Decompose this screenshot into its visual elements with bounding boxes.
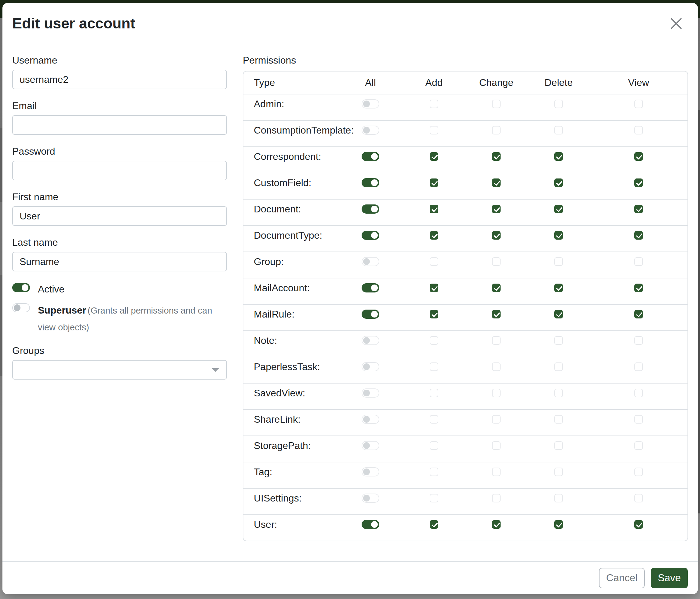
- permission-delete-checkbox[interactable]: [554, 152, 563, 161]
- username-input[interactable]: [12, 70, 227, 89]
- permission-delete-checkbox[interactable]: [554, 336, 563, 345]
- permission-add-checkbox[interactable]: [430, 205, 438, 213]
- permission-all-toggle[interactable]: [361, 467, 379, 476]
- permission-all-toggle[interactable]: [361, 362, 379, 371]
- permission-change-checkbox[interactable]: [492, 178, 501, 187]
- password-input[interactable]: [12, 161, 227, 180]
- close-button[interactable]: [667, 14, 686, 33]
- permission-add-checkbox[interactable]: [430, 494, 438, 502]
- permission-all-toggle[interactable]: [361, 99, 379, 109]
- permission-view-checkbox[interactable]: [634, 520, 643, 529]
- permission-all-toggle[interactable]: [361, 494, 379, 503]
- permission-delete-checkbox[interactable]: [554, 310, 563, 318]
- permission-all-toggle[interactable]: [361, 441, 379, 450]
- permission-add-checkbox[interactable]: [430, 389, 438, 397]
- permission-view-checkbox[interactable]: [634, 257, 643, 266]
- permission-all-toggle[interactable]: [361, 257, 379, 266]
- superuser-toggle[interactable]: [12, 303, 30, 312]
- permission-change-checkbox[interactable]: [492, 152, 501, 161]
- permission-change-checkbox[interactable]: [492, 494, 501, 502]
- permission-view-checkbox[interactable]: [634, 310, 643, 318]
- permission-change-checkbox[interactable]: [492, 310, 501, 318]
- permission-add-checkbox[interactable]: [430, 284, 438, 292]
- permission-delete-checkbox[interactable]: [554, 389, 563, 397]
- permission-add-checkbox[interactable]: [430, 441, 438, 450]
- permission-view-checkbox[interactable]: [634, 494, 643, 502]
- permission-all-toggle[interactable]: [361, 283, 379, 292]
- email-input[interactable]: [12, 115, 227, 135]
- permission-view-checkbox[interactable]: [634, 284, 643, 292]
- permission-change-checkbox[interactable]: [492, 205, 501, 213]
- permission-delete-checkbox[interactable]: [554, 178, 563, 187]
- permission-add-checkbox[interactable]: [430, 257, 438, 266]
- permission-delete-checkbox[interactable]: [554, 126, 563, 135]
- permission-add-checkbox[interactable]: [430, 178, 438, 187]
- permission-change-checkbox[interactable]: [492, 257, 501, 266]
- permission-delete-checkbox[interactable]: [554, 362, 563, 371]
- permission-delete-checkbox[interactable]: [554, 441, 563, 450]
- permission-delete-checkbox[interactable]: [554, 415, 563, 424]
- first-name-input[interactable]: [12, 206, 227, 226]
- permission-change-checkbox[interactable]: [492, 415, 501, 424]
- permission-change-checkbox[interactable]: [492, 520, 501, 529]
- permission-delete-checkbox[interactable]: [554, 520, 563, 529]
- permission-change-checkbox[interactable]: [492, 231, 501, 240]
- permission-add-checkbox[interactable]: [430, 310, 438, 318]
- cancel-button[interactable]: Cancel: [599, 568, 645, 588]
- permission-change-checkbox[interactable]: [492, 362, 501, 371]
- groups-select[interactable]: [12, 360, 227, 380]
- permission-all-toggle[interactable]: [361, 126, 379, 135]
- permission-change-checkbox[interactable]: [492, 468, 501, 476]
- permission-view-checkbox[interactable]: [634, 126, 643, 135]
- permission-view-checkbox[interactable]: [634, 100, 643, 108]
- permission-view-checkbox[interactable]: [634, 231, 643, 240]
- permission-all-toggle[interactable]: [361, 310, 379, 319]
- permission-delete-checkbox[interactable]: [554, 231, 563, 240]
- permission-view-checkbox[interactable]: [634, 152, 643, 161]
- permission-view-checkbox[interactable]: [634, 468, 643, 476]
- active-toggle[interactable]: [12, 283, 30, 292]
- toggle-knob: [363, 416, 370, 423]
- permission-all-toggle[interactable]: [361, 415, 379, 424]
- last-name-field-group: Last name: [12, 237, 227, 271]
- permission-delete-checkbox[interactable]: [554, 284, 563, 292]
- permission-delete-checkbox[interactable]: [554, 205, 563, 213]
- permission-add-checkbox[interactable]: [430, 231, 438, 240]
- permission-add-checkbox[interactable]: [430, 468, 438, 476]
- permission-all-toggle[interactable]: [361, 152, 379, 161]
- permission-change-checkbox[interactable]: [492, 336, 501, 345]
- permission-change-checkbox[interactable]: [492, 126, 501, 135]
- permission-change-checkbox[interactable]: [492, 100, 501, 108]
- permission-view-checkbox[interactable]: [634, 205, 643, 213]
- permission-delete-checkbox[interactable]: [554, 257, 563, 266]
- save-button[interactable]: Save: [651, 568, 688, 588]
- permission-delete-checkbox[interactable]: [554, 494, 563, 502]
- last-name-input[interactable]: [12, 252, 227, 271]
- permission-view-checkbox[interactable]: [634, 336, 643, 345]
- permission-all-toggle[interactable]: [361, 520, 379, 529]
- permission-change-checkbox[interactable]: [492, 441, 501, 450]
- permission-add-checkbox[interactable]: [430, 100, 438, 108]
- permission-add-checkbox[interactable]: [430, 126, 438, 135]
- permission-change-checkbox[interactable]: [492, 284, 501, 292]
- permission-all-cell: [338, 494, 403, 503]
- permission-add-checkbox[interactable]: [430, 152, 438, 161]
- permission-add-checkbox[interactable]: [430, 336, 438, 345]
- permission-delete-checkbox[interactable]: [554, 468, 563, 476]
- permission-view-checkbox[interactable]: [634, 362, 643, 371]
- permission-view-checkbox[interactable]: [634, 415, 643, 424]
- permission-view-checkbox[interactable]: [634, 441, 643, 450]
- permission-view-checkbox[interactable]: [634, 389, 643, 397]
- permission-add-checkbox[interactable]: [430, 520, 438, 529]
- toggle-knob: [363, 363, 370, 370]
- permission-change-checkbox[interactable]: [492, 389, 501, 397]
- permission-all-toggle[interactable]: [361, 205, 379, 214]
- permission-view-checkbox[interactable]: [634, 178, 643, 187]
- permission-all-toggle[interactable]: [361, 336, 379, 345]
- permission-add-checkbox[interactable]: [430, 415, 438, 424]
- permission-add-checkbox[interactable]: [430, 362, 438, 371]
- permission-delete-checkbox[interactable]: [554, 100, 563, 108]
- permission-all-toggle[interactable]: [361, 178, 379, 187]
- permission-all-toggle[interactable]: [361, 388, 379, 398]
- permission-all-toggle[interactable]: [361, 231, 379, 240]
